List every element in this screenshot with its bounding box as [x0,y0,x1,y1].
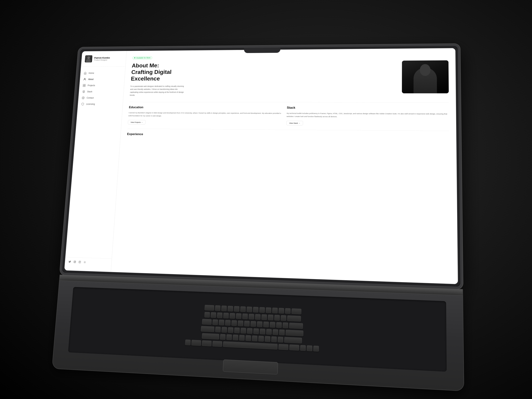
key-q[interactable] [212,319,218,325]
key-ctrl[interactable] [191,340,201,346]
key-f3[interactable] [228,306,233,311]
key-minus[interactable] [274,315,280,321]
key-0[interactable] [268,315,273,321]
key-m[interactable] [258,336,264,342]
key-f9[interactable] [266,307,271,313]
key-l[interactable] [266,329,272,335]
sidebar-item-projects[interactable]: Projects [79,82,124,89]
key-equals[interactable] [281,315,286,321]
key-w[interactable] [219,320,224,325]
key-cmd-left[interactable] [212,341,222,347]
keyboard-area [68,287,446,372]
view-projects-button[interactable]: View Projects → [128,120,146,124]
sidebar-item-contact[interactable]: Contact [78,95,123,101]
sidebar-item-licensing[interactable]: Licensing [78,101,123,107]
available-badge: Available for Work [132,56,152,59]
key-quote[interactable] [279,329,285,335]
key-return-2[interactable] [285,330,304,336]
key-f12[interactable] [285,308,291,314]
key-s[interactable] [222,327,227,333]
laptop-wrapper: Patrick Kombo Product Designer [0,0,532,399]
key-f6[interactable] [247,306,252,312]
at-icon [82,96,85,99]
key-backspace[interactable] [287,315,301,322]
divider-1 [129,102,449,103]
key-9[interactable] [261,314,267,320]
key-n[interactable] [252,336,257,342]
link-icon[interactable] [78,261,81,263]
key-capslock[interactable] [201,326,215,332]
key-arrow-left[interactable] [300,345,306,351]
view-stack-button[interactable]: View Stack → [286,121,303,125]
key-b[interactable] [245,335,251,341]
key-backtick[interactable] [204,312,210,318]
key-c[interactable] [233,335,238,341]
key-f8[interactable] [259,307,265,313]
key-j[interactable] [253,328,259,334]
key-f10[interactable] [272,308,278,313]
key-6[interactable] [242,314,248,319]
twitter-icon[interactable] [68,260,71,263]
key-4[interactable] [229,313,235,319]
key-a[interactable] [215,327,221,332]
stack-title: Stack [287,106,449,110]
key-option[interactable] [202,340,212,346]
key-semicolon[interactable] [273,329,278,335]
key-rshift[interactable] [284,337,302,343]
sidebar-item-stack[interactable]: Stack [79,89,124,95]
key-return[interactable] [289,323,303,329]
key-k[interactable] [260,329,266,335]
key-t[interactable] [238,321,243,326]
key-5[interactable] [236,313,241,319]
key-r[interactable] [231,320,237,326]
sidebar-item-home[interactable]: Home [80,70,125,76]
key-f7[interactable] [253,307,259,313]
key-v[interactable] [239,335,245,341]
education-card: Education I earned my Bachelor's degree … [128,105,281,125]
key-comma[interactable] [265,336,270,342]
key-y[interactable] [244,321,250,327]
main-content[interactable]: Available for Work About Me:Crafting Dig… [111,48,458,284]
key-esc[interactable] [204,305,214,311]
key-8[interactable] [255,314,261,320]
key-fn[interactable] [185,340,191,345]
key-h[interactable] [247,328,253,334]
key-d[interactable] [228,327,234,333]
key-bracket-left[interactable] [276,322,282,328]
key-f4[interactable] [234,306,239,312]
key-x[interactable] [226,334,232,340]
key-option-right[interactable] [289,344,299,351]
key-u[interactable] [250,321,256,327]
key-bracket-right[interactable] [283,323,288,328]
key-2[interactable] [217,312,222,318]
key-arrow-right[interactable] [313,346,319,352]
key-o[interactable] [263,322,269,327]
key-f1[interactable] [215,305,220,311]
key-slash[interactable] [278,337,283,342]
key-i[interactable] [257,321,262,327]
key-z[interactable] [220,334,226,340]
screen-glass: Patrick Kombo Product Designer [64,48,458,284]
key-1[interactable] [210,312,216,318]
key-space[interactable] [223,341,278,349]
instagram-icon[interactable] [73,260,76,263]
key-3[interactable] [223,313,228,318]
key-e[interactable] [225,320,231,326]
key-p[interactable] [270,322,275,328]
key-delete[interactable] [291,308,301,314]
camera-notch [244,48,280,53]
key-tab[interactable] [202,319,211,325]
sidebar-item-about[interactable]: About [80,76,125,82]
key-f[interactable] [234,328,240,333]
key-f11[interactable] [279,308,284,314]
key-period[interactable] [271,336,277,342]
key-arrow-up[interactable] [307,345,312,351]
key-g[interactable] [241,328,246,334]
settings-icon[interactable] [83,261,86,264]
key-cmd-right[interactable] [278,344,288,350]
trackpad[interactable] [223,360,278,374]
key-7[interactable] [248,314,254,319]
key-f2[interactable] [221,305,227,311]
key-lshift[interactable] [202,333,219,340]
key-f5[interactable] [240,306,246,312]
